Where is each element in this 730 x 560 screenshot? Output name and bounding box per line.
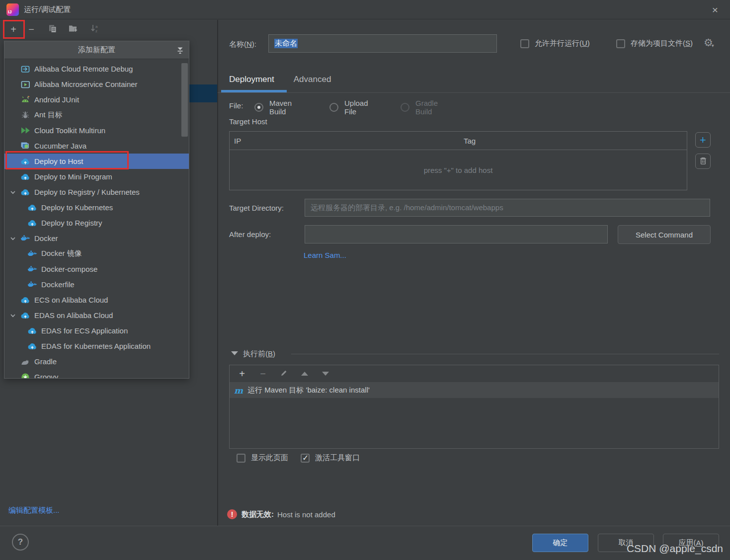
delete-host-button[interactable] xyxy=(695,154,711,169)
cloud-upload-icon xyxy=(27,203,38,212)
tab-bar: DeploymentAdvanced xyxy=(229,75,350,92)
config-type-item-docker[interactable]: Docker xyxy=(4,231,189,246)
plus-icon: + xyxy=(239,369,245,379)
select-command-button[interactable]: Select Command xyxy=(618,225,711,244)
config-type-item-edas-for-kubernetes-application[interactable]: EDAS for Kubernetes Application xyxy=(4,338,189,354)
arrow-up-icon xyxy=(301,372,308,376)
selected-text: 未命名 xyxy=(274,39,298,48)
activate-tool-window-checkbox[interactable]: 激活工具窗口 xyxy=(301,453,360,463)
arrow-down-icon xyxy=(322,372,329,376)
cloud-upload-icon xyxy=(20,157,31,166)
section-rule xyxy=(291,354,719,354)
docker-icon xyxy=(27,249,38,258)
config-type-item-dockerfile[interactable]: Dockerfile xyxy=(4,277,189,292)
cucumber-icon xyxy=(20,141,31,151)
config-type-item-edas-on-alibaba-cloud[interactable]: EDAS on Alibaba Cloud xyxy=(4,308,189,323)
config-type-item-alibaba-cloud-remote-debug[interactable]: Alibaba Cloud Remote Debug xyxy=(4,61,189,77)
config-type-item-alibaba-microservice-container[interactable]: Alibaba Microservice Container xyxy=(4,77,189,92)
target-directory-input[interactable]: 远程服务器的部署目录, e.g. /home/admin/tomcat/weba… xyxy=(305,199,710,217)
cloud-upload-icon xyxy=(20,187,31,197)
config-type-item-deploy-to-host[interactable]: Deploy to Host xyxy=(4,154,189,169)
config-type-item-ecs-on-alibaba-cloud[interactable]: ECS on Alibaba Cloud xyxy=(4,292,189,308)
add-task-button[interactable]: + xyxy=(236,368,248,380)
checkbox-box[interactable] xyxy=(520,39,529,48)
config-type-item-deploy-to-kubernetes[interactable]: Deploy to Kubernetes xyxy=(4,200,189,215)
minus-icon: − xyxy=(28,24,34,34)
column-tag: Tag xyxy=(459,137,476,145)
after-deploy-label: After deploy: xyxy=(229,230,271,239)
android-icon xyxy=(20,95,31,104)
radio-circle-icon xyxy=(401,103,409,112)
ant-icon xyxy=(20,110,31,120)
name-input[interactable]: 未命名 xyxy=(268,34,497,53)
chevron-down-icon[interactable] xyxy=(9,189,16,196)
allow-parallel-run-checkbox[interactable]: 允许并行运行(U) xyxy=(520,39,590,48)
multirun-icon xyxy=(20,126,31,135)
tab-separator xyxy=(218,92,730,93)
config-type-item-deploy-to-registry-kubernetes[interactable]: Deploy to Registry / Kubernetes xyxy=(4,184,189,200)
add-host-button[interactable]: + xyxy=(695,132,711,148)
config-type-item-docker-compose[interactable]: Docker-compose xyxy=(4,261,189,277)
add-configuration-button[interactable]: + xyxy=(6,22,21,36)
config-type-item-groovy[interactable]: Groovy xyxy=(4,369,189,378)
ok-button[interactable]: 确定 xyxy=(532,534,588,552)
remove-task-button[interactable]: − xyxy=(256,368,269,380)
after-deploy-input[interactable] xyxy=(305,225,608,243)
docker-icon xyxy=(27,264,38,274)
config-type-item-gradle[interactable]: Gradle xyxy=(4,354,189,369)
config-type-item-edas-for-ecs-application[interactable]: EDAS for ECS Application xyxy=(4,323,189,338)
validation-error: ! 数据无效: Host is not added xyxy=(227,509,335,519)
radio-upload-file[interactable]: Upload File xyxy=(329,99,368,116)
before-launch-task-row[interactable]: m 运行 Maven 目标 'baize: clean install' xyxy=(230,383,719,398)
config-type-item-cucumber-java[interactable]: Cucumber Java xyxy=(4,138,189,154)
move-task-up-button[interactable] xyxy=(298,368,311,380)
edit-configuration-templates-link[interactable]: 编辑配置模板... xyxy=(8,506,60,515)
settings-gear-icon[interactable]: ⚙▾ xyxy=(704,37,719,51)
config-type-item-docker-[interactable]: Docker 镜像 xyxy=(4,246,189,261)
target-host-table[interactable]: IP Tag press "+" to add host xyxy=(229,131,687,190)
chevron-down-icon[interactable] xyxy=(9,312,16,319)
learn-sample-link[interactable]: Learn Sam... xyxy=(304,251,346,259)
checkbox-box[interactable] xyxy=(237,454,245,463)
config-type-item-cloud-toolkit-multirun[interactable]: Cloud Toolkit Multirun xyxy=(4,123,189,138)
radio-circle-icon[interactable] xyxy=(254,103,263,112)
move-task-down-button[interactable] xyxy=(319,368,332,380)
radio-maven-build[interactable]: Maven Build xyxy=(254,99,292,116)
popup-scrollbar[interactable] xyxy=(181,63,188,137)
checkbox-box[interactable] xyxy=(301,454,310,463)
new-folder-button[interactable] xyxy=(66,22,81,36)
popup-title: 添加新配置 xyxy=(78,45,115,55)
checkbox-box[interactable] xyxy=(616,39,625,48)
collapse-all-icon[interactable] xyxy=(175,45,185,55)
cancel-button[interactable]: 取消 xyxy=(598,534,654,552)
window-title: 运行/调试配置 xyxy=(24,5,71,14)
docker-icon xyxy=(20,234,31,243)
help-button[interactable]: ? xyxy=(12,534,29,551)
before-launch-task-panel: + − m 运行 Maven 目标 'baize: clean install' xyxy=(229,365,719,449)
config-type-item-deploy-to-mini-program[interactable]: Deploy to Mini Program xyxy=(4,169,189,184)
plus-icon: + xyxy=(700,135,706,146)
apply-button[interactable]: 应用(A) xyxy=(663,534,719,552)
config-type-item-android-junit[interactable]: Android JUnit xyxy=(4,92,189,107)
tab-deployment[interactable]: Deployment xyxy=(229,75,274,92)
tab-advanced[interactable]: Advanced xyxy=(294,75,331,92)
pencil-icon xyxy=(280,369,288,379)
store-as-project-file-checkbox[interactable]: 存储为项目文件(S) xyxy=(616,39,693,48)
edit-task-button[interactable] xyxy=(277,368,290,380)
popup-header: 添加新配置 xyxy=(4,41,189,59)
chevron-down-icon[interactable] xyxy=(9,235,16,242)
radio-circle-icon[interactable] xyxy=(329,103,338,112)
remove-configuration-button[interactable]: − xyxy=(24,22,39,36)
plus-icon: + xyxy=(10,24,16,34)
close-icon[interactable]: × xyxy=(708,2,723,17)
svg-text:a: a xyxy=(95,24,98,29)
cloud-upload-icon xyxy=(27,326,38,335)
maven-icon: m xyxy=(234,386,243,396)
copy-configuration-button[interactable] xyxy=(45,22,60,36)
config-type-item-ant-[interactable]: Ant 目标 xyxy=(4,107,189,123)
panel-divider xyxy=(217,20,218,526)
target-host-table-header: IP Tag xyxy=(230,132,687,150)
config-type-item-deploy-to-registry[interactable]: Deploy to Registry xyxy=(4,215,189,231)
section-collapse-icon[interactable] xyxy=(231,351,238,355)
show-this-page-checkbox[interactable]: 显示此页面 xyxy=(237,453,288,463)
